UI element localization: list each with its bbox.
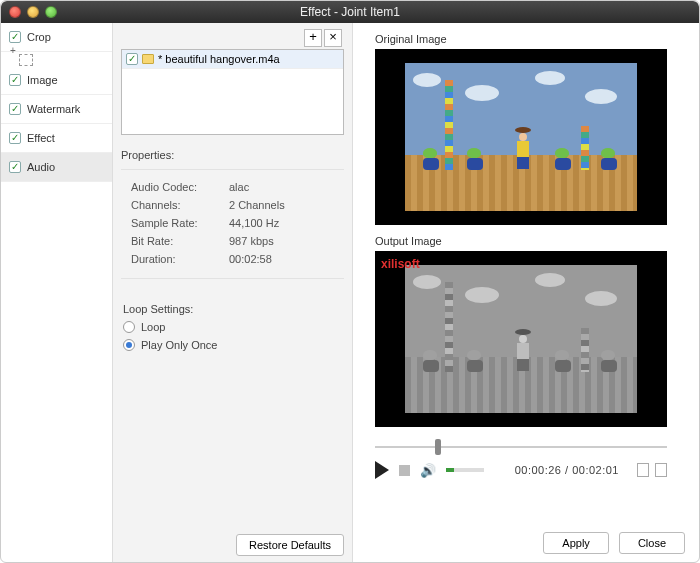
property-value: 44,100 Hz: [229, 217, 279, 229]
sidebar-item-image[interactable]: ✓ Image: [1, 66, 112, 95]
current-time: 00:00:26: [515, 464, 562, 476]
property-row: Channels:2 Channels: [131, 196, 338, 214]
loop-option-play-once[interactable]: Play Only Once: [123, 339, 342, 351]
original-preview: [375, 49, 667, 225]
apply-button[interactable]: Apply: [543, 532, 609, 554]
property-label: Sample Rate:: [131, 217, 219, 229]
close-button[interactable]: Close: [619, 532, 685, 554]
playback-time: 00:00:26 / 00:02:01: [515, 464, 619, 476]
checkbox-icon[interactable]: ✓: [9, 103, 21, 115]
single-view-icon[interactable]: [655, 463, 667, 477]
audio-file-icon: [142, 54, 154, 64]
property-label: Channels:: [131, 199, 219, 211]
property-label: Bit Rate:: [131, 235, 219, 247]
property-row: Audio Codec:alac: [131, 178, 338, 196]
watermark-text: xilisoft: [381, 257, 420, 271]
property-value: 00:02:58: [229, 253, 272, 265]
sidebar-item-label: Watermark: [27, 103, 80, 115]
property-value: 2 Channels: [229, 199, 285, 211]
property-value: 987 kbps: [229, 235, 274, 247]
remove-file-button[interactable]: ×: [324, 29, 342, 47]
properties-heading: Properties:: [121, 149, 344, 161]
sidebar-item-label: Crop: [27, 31, 51, 43]
stop-button[interactable]: [399, 465, 410, 476]
loop-heading: Loop Settings:: [123, 303, 342, 315]
volume-slider[interactable]: [446, 468, 484, 472]
property-row: Duration:00:02:58: [131, 250, 338, 268]
original-image-label: Original Image: [375, 33, 685, 45]
sidebar-item-crop[interactable]: ✓ Crop: [1, 23, 112, 52]
output-image-label: Output Image: [375, 235, 685, 247]
crop-marquee-icon: [19, 54, 33, 66]
property-label: Duration:: [131, 253, 219, 265]
sidebar-item-label: Audio: [27, 161, 55, 173]
add-file-button[interactable]: +: [304, 29, 322, 47]
radio-icon[interactable]: [123, 321, 135, 333]
property-label: Audio Codec:: [131, 181, 219, 193]
checkbox-icon[interactable]: ✓: [9, 161, 21, 173]
playback-controls: 🔊 00:00:26 / 00:02:01: [375, 461, 667, 479]
compare-view-icon[interactable]: [637, 463, 649, 477]
sidebar-item-audio[interactable]: ✓ Audio: [1, 153, 112, 182]
property-row: Bit Rate:987 kbps: [131, 232, 338, 250]
property-value: alac: [229, 181, 249, 193]
checkbox-icon[interactable]: ✓: [9, 74, 21, 86]
total-time: 00:02:01: [572, 464, 619, 476]
settings-column: + × ✓ * beautiful hangover.m4a Propertie…: [113, 23, 353, 563]
playback-slider[interactable]: [375, 439, 667, 455]
radio-label: Play Only Once: [141, 339, 217, 351]
window-title: Effect - Joint Item1: [1, 5, 699, 19]
sidebar-item-label: Image: [27, 74, 58, 86]
checkbox-icon[interactable]: ✓: [126, 53, 138, 65]
restore-defaults-button[interactable]: Restore Defaults: [236, 534, 344, 556]
file-name: * beautiful hangover.m4a: [158, 53, 280, 65]
radio-label: Loop: [141, 321, 165, 333]
sidebar-item-watermark[interactable]: ✓ Watermark: [1, 95, 112, 124]
loop-option-loop[interactable]: Loop: [123, 321, 342, 333]
radio-icon[interactable]: [123, 339, 135, 351]
volume-icon[interactable]: 🔊: [420, 463, 436, 478]
list-item[interactable]: ✓ * beautiful hangover.m4a: [122, 50, 343, 69]
checkbox-icon[interactable]: ✓: [9, 31, 21, 43]
play-button[interactable]: [375, 461, 389, 479]
output-preview: xilisoft: [375, 251, 667, 427]
checkbox-icon[interactable]: ✓: [9, 132, 21, 144]
preview-column: Original Image Output Image: [353, 23, 699, 563]
properties-panel: Audio Codec:alac Channels:2 Channels Sam…: [121, 169, 344, 279]
sidebar: ✓ Crop ✓ Image ✓ Watermark ✓ Effect ✓ Au…: [1, 23, 113, 563]
sidebar-item-effect[interactable]: ✓ Effect: [1, 124, 112, 153]
audio-file-list[interactable]: ✓ * beautiful hangover.m4a: [121, 49, 344, 135]
sidebar-item-label: Effect: [27, 132, 55, 144]
titlebar: Effect - Joint Item1: [1, 1, 699, 23]
property-row: Sample Rate:44,100 Hz: [131, 214, 338, 232]
